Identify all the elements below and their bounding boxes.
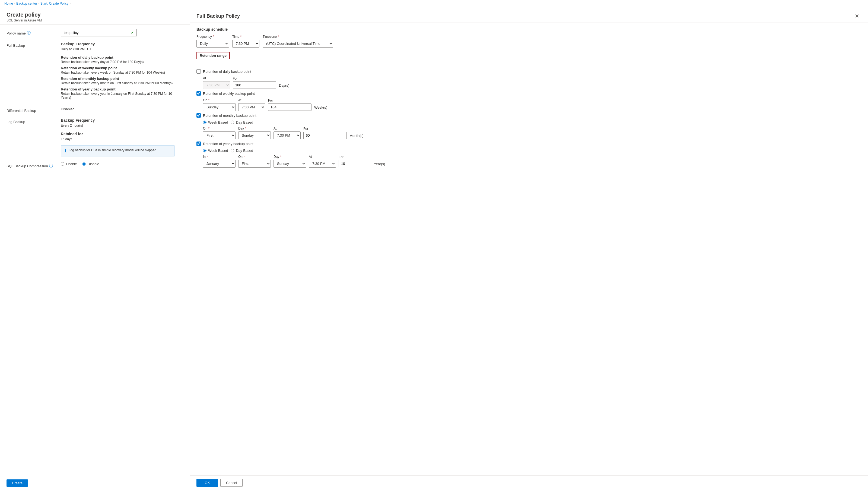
sql-compression-row: SQL Backup Compression ⓘ Enable Disable bbox=[6, 162, 183, 168]
monthly-checkbox-row: Retention of monthly backup point bbox=[196, 113, 862, 118]
right-header: Full Backup Policy ✕ bbox=[190, 7, 868, 23]
weekly-at-select[interactable]: 7:30 PM bbox=[238, 103, 266, 111]
monthly-day-based-radio[interactable] bbox=[230, 121, 234, 124]
breadcrumb: Home › Backup center › Start: Create Pol… bbox=[4, 2, 864, 5]
right-body: Backup schedule Frequency Daily Weekly T… bbox=[190, 23, 868, 475]
monthly-retention-section: Retention of monthly backup point Week B… bbox=[196, 113, 862, 139]
weekly-retention-fields: On Sunday Monday Tuesday Wednesday Thurs… bbox=[203, 98, 862, 111]
weekly-for-field: For bbox=[268, 98, 311, 111]
policy-name-row: Policy name ⓘ ✓ bbox=[6, 29, 183, 36]
timezone-select[interactable]: (UTC) Coordinated Universal Time (UTC-05… bbox=[262, 40, 333, 48]
weekly-on-label: On bbox=[203, 98, 236, 102]
policy-name-check-icon: ✓ bbox=[131, 31, 134, 35]
daily-at-select[interactable]: 7:30 PM bbox=[203, 81, 230, 89]
policy-name-info-icon[interactable]: ⓘ bbox=[27, 31, 31, 36]
weekly-checkbox-label[interactable]: Retention of weekly backup point bbox=[203, 91, 255, 96]
yearly-week-based-option[interactable]: Week Based bbox=[203, 149, 228, 153]
yearly-at-select[interactable]: 7:30 PM bbox=[309, 160, 336, 168]
monthly-at-label: At bbox=[274, 126, 301, 131]
yearly-day-label: Day bbox=[274, 155, 306, 158]
yearly-in-select[interactable]: January February March April May June Ju… bbox=[203, 160, 236, 168]
monthly-day-select[interactable]: Sunday Monday Tuesday Wednesday Thursday… bbox=[238, 132, 271, 139]
yearly-checkbox-label[interactable]: Retention of yearly backup point bbox=[203, 142, 253, 146]
daily-for-field: For bbox=[233, 77, 276, 89]
monthly-for-input[interactable] bbox=[303, 132, 347, 139]
time-label: Time bbox=[232, 35, 259, 38]
sql-compression-disable-option[interactable]: Disable bbox=[82, 162, 99, 166]
breadcrumb-home[interactable]: Home bbox=[4, 2, 13, 5]
monthly-for-label: For bbox=[303, 127, 347, 131]
close-button[interactable]: ✕ bbox=[852, 12, 862, 20]
weekly-at-field: At 7:30 PM bbox=[238, 98, 266, 111]
breadcrumb-start-create[interactable]: Start: Create Policy bbox=[40, 2, 68, 5]
full-backup-details: Backup Frequency Daily at 7:30 PM UTC Re… bbox=[61, 42, 183, 102]
yearly-checkbox[interactable] bbox=[196, 142, 201, 146]
sql-compression-enable-option[interactable]: Enable bbox=[61, 162, 77, 166]
yearly-at-label: At bbox=[309, 155, 336, 158]
cancel-button[interactable]: Cancel bbox=[220, 479, 243, 487]
differential-backup-label: Differential Backup bbox=[6, 107, 61, 113]
yearly-day-based-radio[interactable] bbox=[230, 149, 234, 152]
policy-name-input[interactable] bbox=[64, 31, 131, 35]
daily-fields-row: At 7:30 PM For Day(s) bbox=[203, 76, 862, 89]
frequency-field: Frequency Daily Weekly bbox=[196, 35, 229, 48]
weekly-on-select[interactable]: Sunday Monday Tuesday Wednesday Thursday… bbox=[203, 103, 236, 111]
daily-for-input[interactable] bbox=[233, 82, 276, 89]
retention-weekly-title: Retention of weekly backup point bbox=[61, 66, 183, 70]
sql-compression-enable-radio[interactable] bbox=[61, 162, 64, 166]
monthly-week-based-radio[interactable] bbox=[203, 121, 207, 124]
daily-retention-section: Retention of daily backup point At 7:30 … bbox=[196, 69, 862, 89]
retention-yearly-group: Retention of yearly backup point Retain … bbox=[61, 87, 183, 99]
yearly-radio-row: Week Based Day Based bbox=[203, 149, 862, 153]
yearly-fields-row: In January February March April May June… bbox=[203, 155, 862, 168]
sql-compression-label: SQL Backup Compression ⓘ bbox=[6, 162, 61, 168]
sql-compression-disable-radio[interactable] bbox=[82, 162, 86, 166]
time-select[interactable]: 7:30 PM 8:00 PM 9:00 PM bbox=[232, 40, 259, 48]
page-title: Create policy bbox=[6, 12, 41, 18]
monthly-week-based-option[interactable]: Week Based bbox=[203, 120, 228, 124]
weekly-retention-section: Retention of weekly backup point On Sund… bbox=[196, 91, 862, 111]
frequency-select[interactable]: Daily Weekly bbox=[196, 40, 229, 48]
timezone-label: Timezone bbox=[262, 35, 333, 38]
retention-yearly-title: Retention of yearly backup point bbox=[61, 87, 183, 91]
monthly-checkbox[interactable] bbox=[196, 113, 201, 118]
monthly-at-select[interactable]: 7:30 PM bbox=[274, 132, 301, 139]
monthly-on-label: On bbox=[203, 126, 236, 131]
sql-compression-radio-group: Enable Disable bbox=[61, 162, 183, 166]
monthly-day-based-option[interactable]: Day Based bbox=[230, 120, 253, 124]
sql-compression-info-icon[interactable]: ⓘ bbox=[49, 164, 53, 168]
yearly-for-input[interactable] bbox=[339, 160, 371, 167]
right-panel: Full Backup Policy ✕ Backup schedule Fre… bbox=[190, 7, 868, 490]
yearly-week-based-radio[interactable] bbox=[203, 149, 207, 152]
log-backup-freq-title: Backup Frequency bbox=[61, 118, 183, 122]
monthly-checkbox-label[interactable]: Retention of monthly backup point bbox=[203, 114, 256, 118]
yearly-retention-section: Retention of yearly backup point Week Ba… bbox=[196, 142, 862, 168]
breadcrumb-backup-center[interactable]: Backup center bbox=[16, 2, 37, 5]
daily-unit-label: Day(s) bbox=[279, 78, 289, 87]
ok-button[interactable]: OK bbox=[196, 479, 218, 487]
yearly-day-based-option[interactable]: Day Based bbox=[230, 149, 253, 153]
daily-checkbox-label[interactable]: Retention of daily backup point bbox=[203, 69, 251, 74]
monthly-retention-fields: Week Based Day Based On First Second bbox=[203, 120, 862, 139]
log-backup-freq-value: Every 2 hour(s) bbox=[61, 123, 183, 127]
differential-backup-row: Differential Backup Disabled bbox=[6, 107, 183, 113]
daily-checkbox[interactable] bbox=[196, 69, 201, 74]
monthly-on-select[interactable]: First Second Third Fourth Last bbox=[203, 132, 236, 139]
left-form: Policy name ⓘ ✓ Full Backup Backup bbox=[0, 25, 190, 178]
yearly-unit-label: Year(s) bbox=[374, 156, 385, 166]
yearly-day-select[interactable]: Sunday Monday Tuesday Wednesday Thursday… bbox=[274, 160, 306, 168]
weekly-checkbox[interactable] bbox=[196, 91, 201, 96]
create-button[interactable]: Create bbox=[6, 480, 28, 487]
weekly-unit-label: Week(s) bbox=[314, 100, 327, 110]
weekly-on-field: On Sunday Monday Tuesday Wednesday Thurs… bbox=[203, 98, 236, 111]
yearly-on-select[interactable]: First Second Third Fourth Last bbox=[238, 160, 271, 168]
backup-schedule-title: Backup schedule bbox=[196, 27, 862, 31]
yearly-for-label: For bbox=[339, 155, 371, 159]
weekly-for-input[interactable] bbox=[268, 104, 311, 111]
daily-at-label: At bbox=[203, 76, 230, 80]
retention-monthly-desc: Retain backup taken every month on First… bbox=[61, 81, 183, 85]
more-options-icon[interactable]: ··· bbox=[45, 12, 49, 18]
daily-checkbox-row: Retention of daily backup point bbox=[196, 69, 862, 74]
right-footer: OK Cancel bbox=[190, 475, 868, 490]
monthly-fields-row: On First Second Third Fourth Last Day bbox=[203, 126, 862, 139]
